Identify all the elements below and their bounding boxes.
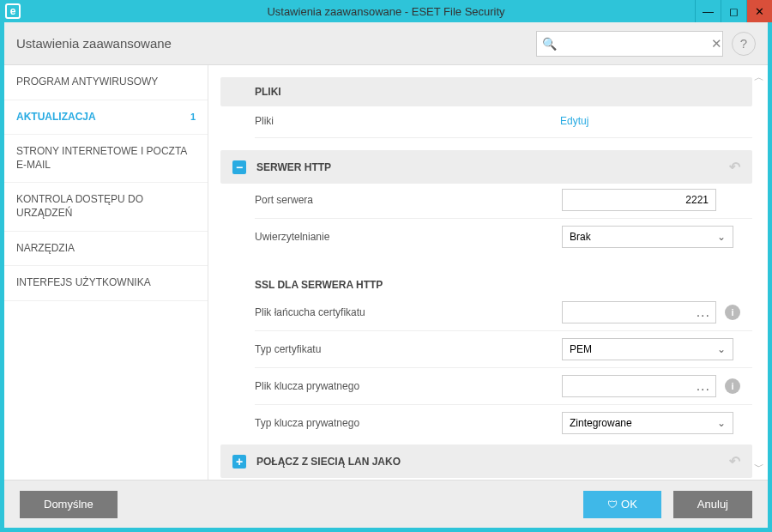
- row-label: Pliki: [255, 115, 560, 127]
- edit-link[interactable]: Edytuj: [560, 115, 740, 127]
- section-lan-header: + POŁĄCZ Z SIECIĄ LAN JAKO ↶: [220, 444, 752, 478]
- divider: [255, 137, 752, 138]
- sidebar: PROGRAM ANTYWIRUSOWY AKTUALIZACJA 1 STRO…: [4, 65, 208, 480]
- sidebar-item-label: KONTROLA DOSTĘPU DO URZĄDZEŃ: [16, 193, 196, 220]
- chevron-down-icon: ⌄: [717, 417, 726, 429]
- sidebar-item-label: PROGRAM ANTYWIRUSOWY: [16, 76, 158, 89]
- ellipsis-icon: ...: [697, 378, 710, 394]
- search-input[interactable]: [557, 37, 711, 50]
- page-title: Ustawienia zaawansowane: [16, 36, 172, 51]
- sidebar-item-device-control[interactable]: KONTROLA DOSTĘPU DO URZĄDZEŃ: [4, 183, 208, 231]
- divider: [255, 404, 752, 405]
- sidebar-item-antivirus[interactable]: PROGRAM ANTYWIRUSOWY: [4, 65, 208, 100]
- section-files-header: PLIKI: [220, 77, 752, 106]
- select-value: Brak: [570, 231, 591, 243]
- scroll-up-icon[interactable]: ︿: [754, 70, 764, 85]
- divider: [255, 330, 752, 331]
- app-logo-icon: [5, 3, 21, 19]
- close-button[interactable]: ✕: [746, 0, 772, 22]
- port-input[interactable]: [562, 189, 716, 211]
- ellipsis-icon: ...: [697, 305, 710, 320]
- expand-icon[interactable]: +: [232, 455, 246, 469]
- row-label: Plik klucza prywatnego: [255, 380, 562, 392]
- header-bar: Ustawienia zaawansowane 🔍 ✕ ?: [4, 22, 768, 65]
- row-port: Port serwera: [220, 184, 752, 216]
- row-label: Uwierzytelnianie: [255, 231, 562, 243]
- chevron-down-icon: ⌄: [717, 231, 726, 243]
- window-frame: Ustawienia zaawansowane 🔍 ✕ ? PROGRAM AN…: [0, 22, 772, 532]
- collapse-icon[interactable]: −: [232, 160, 246, 174]
- row-label: Plik łańcucha certyfikatu: [255, 306, 562, 318]
- section-title: PLIKI: [255, 86, 281, 98]
- scroll-down-icon[interactable]: ﹀: [754, 460, 764, 475]
- row-priv-type: Typ klucza prywatnego Zintegrowane ⌄: [220, 407, 752, 439]
- cancel-button[interactable]: Anuluj: [673, 491, 752, 518]
- section-title: SSL DLA SERWERA HTTP: [255, 279, 383, 291]
- row-label: Port serwera: [255, 194, 562, 206]
- sidebar-item-tools[interactable]: NARZĘDZIA: [4, 232, 208, 267]
- shield-icon: 🛡: [607, 499, 618, 511]
- section-http-header: − SERWER HTTP ↶: [220, 150, 752, 184]
- info-icon[interactable]: i: [725, 305, 740, 320]
- auth-select[interactable]: Brak ⌄: [562, 226, 733, 248]
- spacer: [220, 253, 752, 263]
- sidebar-item-badge: 1: [190, 111, 196, 124]
- help-button[interactable]: ?: [732, 32, 756, 56]
- sidebar-item-label: INTERFEJS UŻYTKOWNIKA: [16, 276, 151, 290]
- footer-bar: Domyślne 🛡 OK Anuluj: [4, 480, 768, 528]
- search-box[interactable]: 🔍 ✕: [536, 31, 723, 57]
- section-title: SERWER HTTP: [256, 161, 331, 173]
- cert-chain-browse[interactable]: ...: [562, 301, 716, 323]
- spacer: [220, 140, 752, 150]
- sidebar-item-web-email[interactable]: STRONY INTERNETOWE I POCZTA E-MAIL: [4, 135, 208, 183]
- undo-icon[interactable]: ↶: [729, 159, 740, 175]
- chevron-down-icon: ⌄: [717, 343, 726, 355]
- row-auth: Uwierzytelnianie Brak ⌄: [220, 221, 752, 253]
- sidebar-item-ui[interactable]: INTERFEJS UŻYTKOWNIKA: [4, 266, 208, 301]
- select-value: Zintegrowane: [570, 417, 632, 429]
- search-icon: 🔍: [542, 37, 557, 51]
- row-cert-type: Typ certyfikatu PEM ⌄: [220, 333, 752, 366]
- info-icon[interactable]: i: [725, 378, 740, 394]
- title-bar: Ustawienia zaawansowane - ESET File Secu…: [0, 0, 772, 22]
- window-controls: — ◻ ✕: [695, 0, 772, 22]
- row-label: Typ certyfikatu: [255, 343, 562, 355]
- row-files: Pliki Edytuj: [220, 106, 752, 136]
- sidebar-item-label: STRONY INTERNETOWE I POCZTA E-MAIL: [16, 145, 196, 172]
- sidebar-item-update[interactable]: AKTUALIZACJA 1: [4, 100, 208, 136]
- row-cert-chain: Plik łańcucha certyfikatu ... i: [220, 296, 752, 329]
- main-panel: ︿ PLIKI Pliki Edytuj − SERWER HTTP ↶ Por…: [208, 65, 768, 480]
- clear-search-icon[interactable]: ✕: [711, 36, 722, 51]
- maximize-button[interactable]: ◻: [721, 0, 746, 22]
- divider: [255, 367, 752, 368]
- priv-key-browse[interactable]: ...: [562, 375, 716, 397]
- divider: [255, 218, 752, 219]
- section-title: POŁĄCZ Z SIECIĄ LAN JAKO: [256, 456, 401, 468]
- sidebar-item-label: AKTUALIZACJA: [16, 111, 96, 124]
- sidebar-item-label: NARZĘDZIA: [16, 242, 75, 256]
- default-button[interactable]: Domyślne: [20, 491, 118, 518]
- row-priv-key: Plik klucza prywatnego ... i: [220, 370, 752, 402]
- body: PROGRAM ANTYWIRUSOWY AKTUALIZACJA 1 STRO…: [4, 65, 768, 480]
- select-value: PEM: [570, 343, 592, 355]
- ok-button[interactable]: 🛡 OK: [583, 491, 661, 518]
- minimize-button[interactable]: —: [695, 0, 721, 22]
- window-title: Ustawienia zaawansowane - ESET File Secu…: [267, 5, 504, 18]
- undo-icon[interactable]: ↶: [729, 453, 740, 469]
- priv-type-select[interactable]: Zintegrowane ⌄: [562, 412, 733, 434]
- row-label: Typ klucza prywatnego: [255, 417, 562, 429]
- section-ssl-header: SSL DLA SERWERA HTTP: [220, 270, 752, 296]
- cert-type-select[interactable]: PEM ⌄: [562, 338, 733, 360]
- ok-label: OK: [621, 498, 637, 511]
